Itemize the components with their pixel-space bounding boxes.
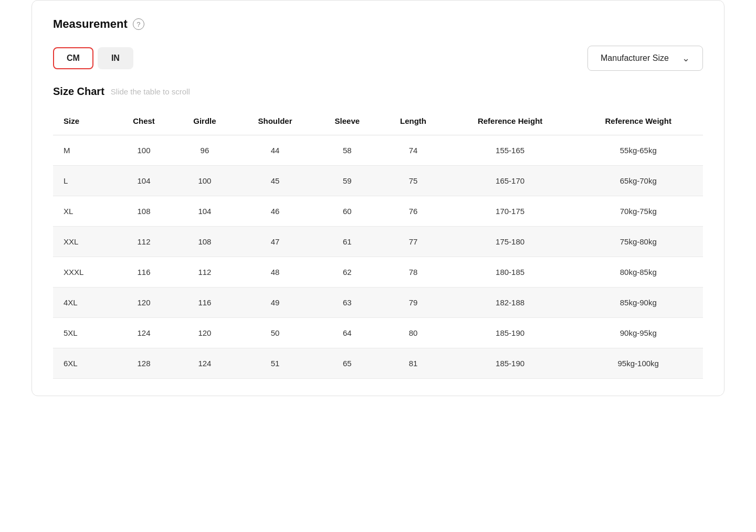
size-table-body: M10096445874155-16555kg-65kgL10410045597… <box>53 135 703 379</box>
cell-3-2: 108 <box>174 227 235 257</box>
cell-2-4: 60 <box>314 196 380 227</box>
cell-0-0: M <box>53 135 114 166</box>
size-chart-table-wrapper: Size Chest Girdle Shoulder Sleeve Length… <box>53 107 703 379</box>
cell-2-3: 46 <box>236 196 315 227</box>
cell-0-1: 100 <box>114 135 174 166</box>
cell-5-6: 182-188 <box>447 288 574 318</box>
cell-4-5: 78 <box>380 257 447 288</box>
cell-7-3: 51 <box>236 348 315 379</box>
col-header-size: Size <box>53 107 114 135</box>
table-row: 5XL124120506480185-19090kg-95kg <box>53 318 703 348</box>
cell-1-0: L <box>53 166 114 196</box>
table-row: L104100455975165-17065kg-70kg <box>53 166 703 196</box>
cell-1-2: 100 <box>174 166 235 196</box>
cell-6-3: 50 <box>236 318 315 348</box>
col-header-girdle: Girdle <box>174 107 235 135</box>
cell-5-2: 116 <box>174 288 235 318</box>
scroll-hint: Slide the table to scroll <box>111 87 190 96</box>
dropdown-label: Manufacturer Size <box>601 54 669 63</box>
col-header-ref-weight: Reference Weight <box>573 107 703 135</box>
cell-7-7: 95kg-100kg <box>573 348 703 379</box>
cell-0-6: 155-165 <box>447 135 574 166</box>
cell-1-1: 104 <box>114 166 174 196</box>
cell-7-1: 128 <box>114 348 174 379</box>
cell-5-3: 49 <box>236 288 315 318</box>
manufacturer-size-dropdown[interactable]: Manufacturer Size ⌄ <box>587 46 703 71</box>
header-row: Measurement ? <box>53 17 703 31</box>
controls-row: CM IN Manufacturer Size ⌄ <box>53 46 703 71</box>
cell-7-4: 65 <box>314 348 380 379</box>
cell-6-1: 124 <box>114 318 174 348</box>
in-button[interactable]: IN <box>98 47 133 69</box>
size-chart-header: Size Chart Slide the table to scroll <box>53 86 703 98</box>
cell-4-0: XXXL <box>53 257 114 288</box>
measurement-panel: Measurement ? CM IN Manufacturer Size ⌄ … <box>32 0 724 396</box>
cell-4-4: 62 <box>314 257 380 288</box>
help-icon[interactable]: ? <box>133 18 144 30</box>
cell-3-0: XXL <box>53 227 114 257</box>
size-chart-table: Size Chest Girdle Shoulder Sleeve Length… <box>53 107 703 379</box>
col-header-chest: Chest <box>114 107 174 135</box>
cell-5-1: 120 <box>114 288 174 318</box>
cell-4-3: 48 <box>236 257 315 288</box>
cell-7-2: 124 <box>174 348 235 379</box>
cell-1-6: 165-170 <box>447 166 574 196</box>
cell-3-5: 77 <box>380 227 447 257</box>
cell-3-1: 112 <box>114 227 174 257</box>
table-row: 6XL128124516581185-19095kg-100kg <box>53 348 703 379</box>
cell-4-6: 180-185 <box>447 257 574 288</box>
cell-0-2: 96 <box>174 135 235 166</box>
table-row: M10096445874155-16555kg-65kg <box>53 135 703 166</box>
cell-7-5: 81 <box>380 348 447 379</box>
cell-6-4: 64 <box>314 318 380 348</box>
cell-6-6: 185-190 <box>447 318 574 348</box>
cell-2-5: 76 <box>380 196 447 227</box>
cell-1-4: 59 <box>314 166 380 196</box>
cell-2-6: 170-175 <box>447 196 574 227</box>
cell-5-0: 4XL <box>53 288 114 318</box>
cell-3-6: 175-180 <box>447 227 574 257</box>
cell-3-4: 61 <box>314 227 380 257</box>
cm-button[interactable]: CM <box>53 47 93 69</box>
cell-1-5: 75 <box>380 166 447 196</box>
cell-0-7: 55kg-65kg <box>573 135 703 166</box>
cell-0-4: 58 <box>314 135 380 166</box>
table-row: XXL112108476177175-18075kg-80kg <box>53 227 703 257</box>
table-row: XL108104466076170-17570kg-75kg <box>53 196 703 227</box>
cell-4-1: 116 <box>114 257 174 288</box>
cell-0-5: 74 <box>380 135 447 166</box>
page-title: Measurement <box>53 17 128 31</box>
cell-5-7: 85kg-90kg <box>573 288 703 318</box>
col-header-ref-height: Reference Height <box>447 107 574 135</box>
cell-7-6: 185-190 <box>447 348 574 379</box>
cell-3-7: 75kg-80kg <box>573 227 703 257</box>
cell-6-7: 90kg-95kg <box>573 318 703 348</box>
col-header-shoulder: Shoulder <box>236 107 315 135</box>
size-chart-title: Size Chart <box>53 86 104 98</box>
cell-6-0: 5XL <box>53 318 114 348</box>
cell-2-7: 70kg-75kg <box>573 196 703 227</box>
unit-buttons-group: CM IN <box>53 47 133 69</box>
cell-2-0: XL <box>53 196 114 227</box>
table-row: 4XL120116496379182-18885kg-90kg <box>53 288 703 318</box>
chevron-down-icon: ⌄ <box>682 52 690 64</box>
cell-2-2: 104 <box>174 196 235 227</box>
cell-5-5: 79 <box>380 288 447 318</box>
cell-3-3: 47 <box>236 227 315 257</box>
cell-1-7: 65kg-70kg <box>573 166 703 196</box>
col-header-length: Length <box>380 107 447 135</box>
table-header-row: Size Chest Girdle Shoulder Sleeve Length… <box>53 107 703 135</box>
cell-2-1: 108 <box>114 196 174 227</box>
table-row: XXXL116112486278180-18580kg-85kg <box>53 257 703 288</box>
cell-4-2: 112 <box>174 257 235 288</box>
cell-5-4: 63 <box>314 288 380 318</box>
cell-0-3: 44 <box>236 135 315 166</box>
cell-1-3: 45 <box>236 166 315 196</box>
cell-4-7: 80kg-85kg <box>573 257 703 288</box>
cell-7-0: 6XL <box>53 348 114 379</box>
cell-6-2: 120 <box>174 318 235 348</box>
cell-6-5: 80 <box>380 318 447 348</box>
col-header-sleeve: Sleeve <box>314 107 380 135</box>
